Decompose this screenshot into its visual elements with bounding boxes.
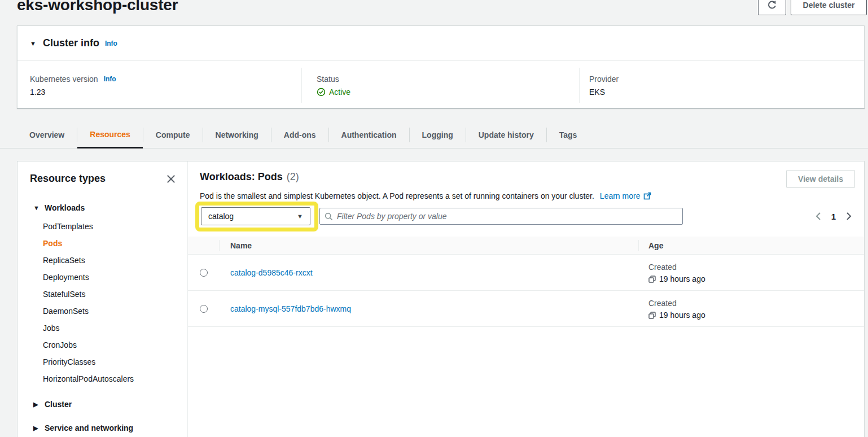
sidebar-item-priorityclasses[interactable]: PriorityClasses — [17, 353, 187, 370]
kubernetes-version-label: Kubernetes version — [30, 75, 98, 84]
age-created-label: Created — [648, 263, 705, 272]
sidebar-item-podtemplates[interactable]: PodTemplates — [17, 218, 187, 235]
provider-value: EKS — [589, 88, 605, 97]
tab-resources[interactable]: Resources — [77, 121, 143, 148]
copy-icon[interactable] — [648, 276, 656, 283]
resources-panel: Resource types ▼ Workloads PodTemplates … — [17, 161, 865, 437]
cluster-group-label: Cluster — [45, 400, 72, 409]
pod-age-cell: Created 19 hours ago — [648, 299, 705, 320]
pods-heading: Workloads: Pods (2) — [200, 171, 299, 183]
row-radio-button[interactable] — [200, 305, 208, 313]
view-details-button[interactable]: View details — [786, 170, 855, 188]
sidebar-group-service-networking[interactable]: ▶ Service and networking — [17, 420, 187, 436]
sidebar-group-workloads[interactable]: ▼ Workloads — [17, 201, 187, 215]
column-header-age[interactable]: Age — [648, 237, 663, 255]
delete-cluster-button[interactable]: Delete cluster — [791, 0, 867, 15]
cluster-info-header[interactable]: ▼ Cluster info Info — [17, 26, 864, 61]
header-divider — [638, 240, 639, 251]
tab-bar: Overview Resources Compute Networking Ad… — [17, 121, 589, 148]
pod-age-cell: Created 19 hours ago — [648, 263, 705, 283]
tab-overview[interactable]: Overview — [17, 121, 77, 148]
resource-types-tree: ▼ Workloads PodTemplates Pods ReplicaSet… — [17, 201, 187, 436]
sidebar-item-deployments[interactable]: Deployments — [17, 269, 187, 286]
cluster-info-title: Cluster info — [43, 37, 99, 49]
caret-right-icon: ▶ — [33, 425, 40, 432]
field-provider: Provider EKS — [589, 61, 619, 97]
provider-label: Provider — [589, 75, 619, 84]
table-row: catalog-d5985c46-rxcxt Created 19 hours … — [188, 255, 864, 291]
sidebar-item-daemonsets[interactable]: DaemonSets — [17, 303, 187, 320]
page-title: eks-workshop-cluster — [17, 0, 178, 14]
tab-authentication[interactable]: Authentication — [329, 121, 409, 148]
copy-icon[interactable] — [648, 312, 656, 319]
tab-update-history[interactable]: Update history — [466, 121, 546, 148]
learn-more-link[interactable]: Learn more — [600, 191, 641, 200]
tab-networking[interactable]: Networking — [203, 121, 271, 148]
filter-type-dropdown[interactable]: catalog ▼ — [201, 207, 310, 225]
tab-logging[interactable]: Logging — [410, 121, 466, 148]
previous-page-icon[interactable] — [814, 211, 822, 222]
tab-add-ons[interactable]: Add-ons — [271, 121, 328, 148]
pod-age-value: 19 hours ago — [659, 311, 705, 320]
cluster-info-info-link[interactable]: Info — [105, 40, 117, 47]
column-header-name[interactable]: Name — [230, 237, 252, 255]
chevron-down-icon: ▼ — [297, 213, 303, 220]
search-icon — [325, 212, 333, 221]
status-label: Status — [317, 75, 339, 84]
tab-tags[interactable]: Tags — [547, 121, 590, 148]
row-radio-button[interactable] — [200, 269, 208, 277]
caret-down-icon: ▼ — [33, 204, 40, 211]
pods-description-row: Pod is the smallest and simplest Kuberne… — [200, 191, 651, 200]
pods-content: Workloads: Pods (2) View details Pod is … — [188, 161, 864, 437]
header-divider — [219, 240, 220, 251]
table-header: Name Age — [188, 237, 864, 255]
pod-age-value: 19 hours ago — [659, 274, 705, 283]
close-icon[interactable] — [166, 174, 176, 184]
workloads-group-label: Workloads — [45, 203, 85, 212]
refresh-icon — [767, 0, 777, 10]
field-kubernetes-version: Kubernetes version Info 1.23 — [30, 61, 116, 97]
age-created-label: Created — [648, 299, 705, 308]
refresh-button[interactable] — [758, 0, 786, 15]
pod-name-link[interactable]: catalog-mysql-557fdb7bd6-hwxmq — [230, 291, 351, 327]
next-page-icon[interactable] — [845, 211, 853, 222]
table-row: catalog-mysql-557fdb7bd6-hwxmq Created 1… — [188, 291, 864, 327]
sidebar-item-jobs[interactable]: Jobs — [17, 320, 187, 337]
tab-compute[interactable]: Compute — [143, 121, 203, 148]
column-divider — [301, 68, 302, 103]
resource-types-sidebar: Resource types ▼ Workloads PodTemplates … — [17, 161, 188, 437]
sidebar-item-cronjobs[interactable]: CronJobs — [17, 337, 187, 353]
kubernetes-version-info-link[interactable]: Info — [104, 75, 116, 83]
collapse-caret-icon[interactable]: ▼ — [30, 40, 36, 47]
current-page-number[interactable]: 1 — [831, 212, 836, 221]
status-active-icon — [317, 88, 326, 97]
eks-console-screen: eks-workshop-cluster Delete cluster ▼ Cl… — [0, 0, 868, 437]
resource-types-title: Resource types — [30, 173, 106, 185]
sidebar-item-replicasets[interactable]: ReplicaSets — [17, 252, 187, 269]
pods-title: Workloads: Pods — [200, 171, 283, 183]
cluster-info-panel: ▼ Cluster info Info Kubernetes version I… — [17, 25, 865, 108]
column-divider — [579, 68, 580, 103]
external-link-icon[interactable] — [643, 192, 651, 200]
pods-count: (2) — [287, 171, 299, 183]
sidebar-item-statefulsets[interactable]: StatefulSets — [17, 286, 187, 303]
field-status: Status Active — [317, 61, 350, 97]
filter-dropdown-value: catalog — [208, 212, 297, 221]
cluster-info-body: Kubernetes version Info 1.23 Status — [17, 61, 864, 108]
search-input[interactable] — [337, 212, 678, 221]
pods-search-box[interactable] — [319, 208, 683, 225]
pagination: 1 — [814, 209, 853, 224]
status-value: Active — [329, 88, 350, 97]
service-networking-group-label: Service and networking — [45, 423, 133, 432]
pods-description: Pod is the smallest and simplest Kuberne… — [200, 191, 594, 200]
pod-name-link[interactable]: catalog-d5985c46-rxcxt — [230, 255, 313, 291]
sidebar-item-pods[interactable]: Pods — [17, 235, 187, 252]
sidebar-group-cluster[interactable]: ▶ Cluster — [17, 396, 187, 412]
workloads-items: PodTemplates Pods ReplicaSets Deployment… — [17, 218, 187, 387]
sidebar-item-horizontalpodautoscalers[interactable]: HorizontalPodAutoscalers — [17, 370, 187, 387]
kubernetes-version-value: 1.23 — [30, 88, 45, 97]
caret-right-icon: ▶ — [33, 401, 40, 408]
